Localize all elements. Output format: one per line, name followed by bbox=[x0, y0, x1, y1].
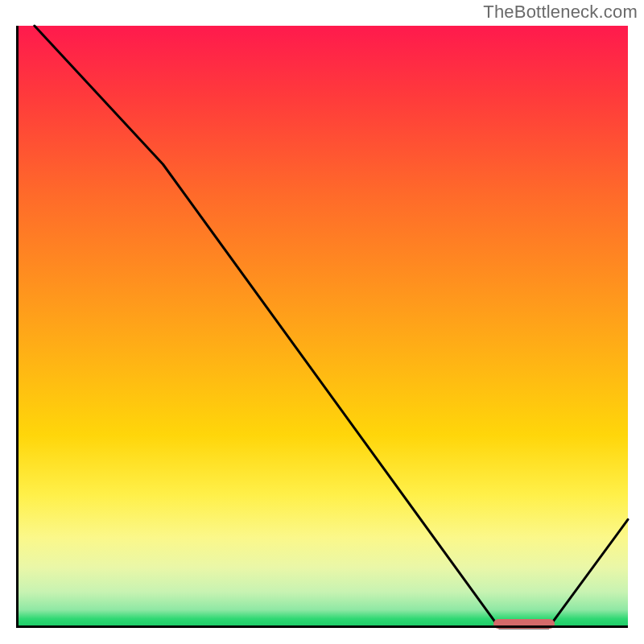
plot-area bbox=[16, 26, 628, 628]
bottleneck-curve bbox=[35, 26, 628, 628]
optimal-range-marker bbox=[493, 619, 555, 629]
watermark-text: TheBottleneck.com bbox=[483, 2, 638, 23]
chart-root: TheBottleneck.com bbox=[0, 0, 644, 644]
curve-layer bbox=[16, 26, 628, 628]
